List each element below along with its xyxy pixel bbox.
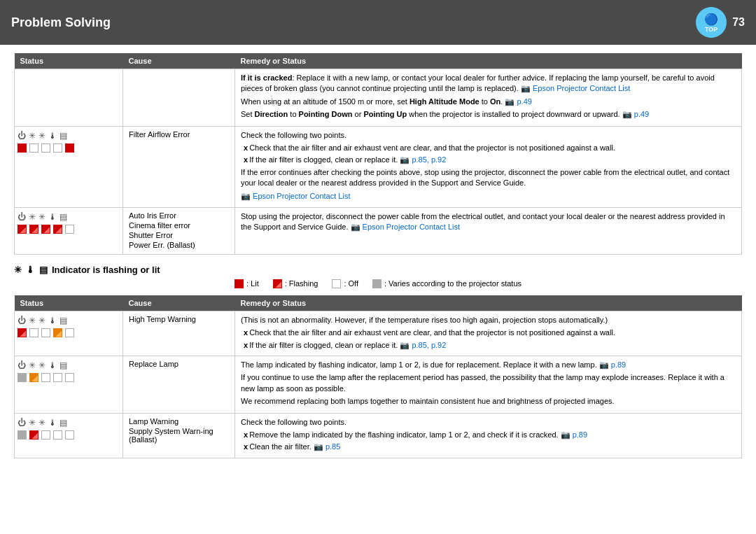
ind-t2-3-2 [29, 430, 38, 440]
cause-cell [123, 69, 235, 127]
remedy-t2-3-p1: Check the following two points. [241, 417, 736, 428]
top-label: TOP [705, 26, 718, 33]
ind-t2-1-1 [18, 328, 27, 337]
indicator-flash-1 [18, 225, 27, 234]
remedy-t2-1-x2: If the air filter is clogged, clean or r… [244, 340, 736, 351]
indicator-sq-empty-4 [65, 225, 74, 234]
legend-flashing: : Flashing [273, 279, 318, 288]
section-icon-filter: ▤ [39, 265, 48, 275]
temp-icon-t2-3: 🌡 [48, 418, 57, 428]
cause-t2-3: Lamp Warning Supply System Warn-ing (Bal… [123, 413, 235, 458]
remedy-t2-3-x2: Clean the air filter. 📷 p.85 [244, 442, 736, 452]
ind-t2-3-5 [65, 430, 74, 440]
power-icon-t2-1: ⏻ [18, 316, 26, 325]
legend-off-icon [332, 279, 341, 288]
indicator-bottom-t2-1 [18, 327, 120, 339]
filter-icon-t2-2: ▤ [59, 360, 67, 370]
content-area: Status Cause Remedy or Status If it is c… [0, 45, 756, 477]
indicator-flash-4 [53, 225, 62, 234]
remedy-t2-1-x1: Check that the air filter and air exhaus… [244, 328, 736, 338]
indicator-bottom-t2-3 [18, 429, 120, 441]
sun-icon-1: ✳ [29, 131, 36, 141]
indicator-sq-red-1 [18, 143, 27, 153]
legend-lit: : Lit [234, 279, 259, 288]
indicator-top-t2-1: ⏻ ✳ ✳ 🌡 ▤ [18, 314, 120, 327]
ind-t2-2-2 [29, 373, 38, 382]
remedy-t2-2-p3: We recommend replacing both lamps togeth… [241, 396, 736, 407]
th-cause-2: Cause [123, 295, 235, 311]
indicator-sq-red-2 [65, 143, 74, 153]
remedy-x-2: If the air filter is clogged, clean or r… [244, 155, 736, 165]
th-cause-1: Cause [123, 53, 235, 69]
legend-row: : Lit : Flashing : Off : Varies accordin… [14, 279, 742, 288]
link-p89-1[interactable]: p.89 [611, 360, 626, 369]
status-cell-t2-3: ⏻ ✳ ✳ 🌡 ▤ [15, 413, 123, 458]
th-status-2: Status [15, 295, 123, 311]
remedy-t2-3-x1: Remove the lamp indicated by the flashin… [244, 430, 736, 440]
indicator-icons-top: ⏻ ✳ ✳ 🌡 ▤ [18, 129, 120, 142]
ind-t2-1-5 [65, 328, 74, 337]
cause-line-1: Auto Iris Error [129, 211, 229, 220]
remedy-stop: Stop using the projector, disconnect the… [241, 211, 736, 233]
link-p89-2[interactable]: p.89 [573, 430, 587, 439]
cause-line-3: Shutter Error [129, 231, 229, 239]
sun-icon-t2-2: ✳ [38, 316, 46, 325]
link-epson-2[interactable]: Epson Projector Contact List [253, 192, 350, 200]
indicator-icons-top-3: ⏻ ✳ ✳ 🌡 ▤ [18, 211, 120, 223]
ind-t2-3-3 [41, 430, 50, 440]
temp-icon-t2-1: 🌡 [48, 316, 57, 325]
link-p85-3[interactable]: p.85 [326, 442, 340, 451]
link-p85-2[interactable]: p.85, p.92 [412, 341, 446, 349]
status-cell [15, 69, 123, 127]
status-cell-t2-2: ⏻ ✳ ✳ 🌡 ▤ [15, 356, 123, 414]
remedy-para-1: If it is cracked: Replace it with a new … [241, 73, 736, 94]
remedy-para-3: Set Direction to Pointing Down or Pointi… [241, 109, 736, 120]
remedy-t2-2-p1: The lamp indicated by flashing indicator… [241, 360, 736, 370]
filter-icon: ▤ [59, 131, 67, 141]
status-cell-2: ⏻ ✳ ✳ 🌡 ▤ [15, 126, 123, 207]
indicator-sq-empty-3 [53, 143, 62, 153]
remedy-cell: If it is cracked: Replace it with a new … [235, 69, 742, 127]
filter-icon-t2-1: ▤ [59, 316, 67, 325]
indicator-flash-3 [41, 225, 50, 234]
link-p49-1[interactable]: p.49 [517, 97, 531, 106]
link-epson-3[interactable]: Epson Projector Contact List [363, 223, 460, 231]
ind-t2-1-4 [53, 328, 62, 337]
sun-icon-t2-3: ✳ [29, 360, 36, 370]
page-title: Problem Solving [11, 15, 111, 30]
link-epson-1[interactable]: Epson Projector Contact List [533, 84, 630, 92]
cause-line-4: Power Err. (Ballast) [129, 241, 229, 249]
ind-t2-3-4 [53, 430, 62, 440]
power-icon-t2-3: ⏻ [18, 418, 26, 428]
legend-varies-icon [372, 279, 382, 288]
remedy-t2-1-p1: (This is not an abnormality. However, if… [241, 315, 736, 325]
ind-t2-2-3 [41, 373, 50, 382]
legend-flash-label: : Flashing [285, 279, 318, 288]
link-p85-1[interactable]: p.85, p.92 [412, 155, 446, 164]
sun-icon-3: ✳ [29, 212, 36, 222]
indicator-sq-empty-2 [41, 143, 50, 153]
remedy-check: Check the following two points. [241, 130, 736, 141]
remedy-t2-2: The lamp indicated by flashing indicator… [235, 356, 742, 414]
remedy-para-2: When using at an altitude of 1500 m or m… [241, 97, 736, 107]
status-cell-t2-1: ⏻ ✳ ✳ 🌡 ▤ [15, 311, 123, 356]
indicator-top-t2-3: ⏻ ✳ ✳ 🌡 ▤ [18, 416, 120, 429]
table-row: ⏻ ✳ ✳ 🌡 ▤ Filter Airflow Error [15, 126, 742, 207]
sun-icon-t2-6: ✳ [38, 418, 46, 428]
temp-icon-3: 🌡 [48, 212, 57, 222]
top-badge: 🔵 TOP [696, 7, 727, 38]
link-p49-2[interactable]: p.49 [634, 110, 649, 118]
cause-line-2: Cinema filter error [129, 221, 229, 230]
legend-varies-label: : Varies according to the projector stat… [384, 279, 522, 288]
status-cell-3: ⏻ ✳ ✳ 🌡 ▤ [15, 207, 123, 254]
ind-t2-1-2 [29, 328, 38, 337]
ind-t2-1-3 [41, 328, 50, 337]
table-1: Status Cause Remedy or Status If it is c… [14, 53, 742, 255]
section-icon-therm: 🌡 [26, 265, 35, 275]
page-header: Problem Solving 🔵 TOP 73 [0, 0, 756, 45]
remedy-t2-1: (This is not an abnormality. However, if… [235, 311, 742, 356]
cause-t2-1: High Temp Warning [123, 311, 235, 356]
legend-lit-label: : Lit [246, 279, 259, 288]
sun-icon-4: ✳ [38, 212, 46, 222]
table-row: ⏻ ✳ ✳ 🌡 ▤ High Temp Warning [15, 311, 742, 356]
